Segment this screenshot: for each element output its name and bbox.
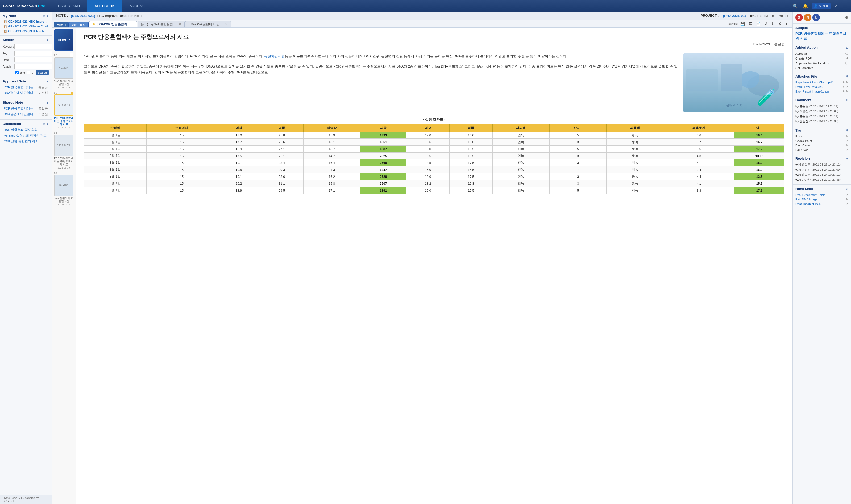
- table-body: 8월 1일1518.025.815.9189317.016.0연녹5황녹3.61…: [84, 132, 784, 194]
- thumb-checkbox[interactable]: [70, 53, 73, 57]
- thumb-cover[interactable]: COVER: [53, 29, 74, 51]
- file-item-3[interactable]: Exp. Result Image01.jpg ⬇ ✕: [795, 89, 848, 94]
- print-btn[interactable]: 🖨: [777, 21, 783, 26]
- action-info-icon[interactable]: ⓘ: [846, 52, 848, 56]
- action-item-template[interactable]: Set Template: [795, 66, 848, 70]
- date-input[interactable]: [14, 57, 52, 62]
- search-button[interactable]: search: [36, 70, 49, 75]
- table-cell: 15.2: [734, 160, 784, 166]
- tag-remove-btn[interactable]: ✕: [846, 144, 848, 147]
- thumb-66[interactable]: 66 PCR 반응혼합 PCR 반응혼합액에는 주형으로서의 시료 2021-0…: [53, 91, 74, 129]
- fullscreen-icon-btn[interactable]: ⛶: [841, 2, 848, 9]
- action-item-approval[interactable]: Approval ⓘ: [795, 51, 848, 56]
- settings-btn[interactable]: ⚙: [845, 15, 848, 20]
- nav-tab-archive[interactable]: ARCHIVE: [122, 0, 153, 12]
- sidebar-item-gen2021-021[interactable]: 📋 GEN2021-021(HBC Improve: [3, 19, 49, 24]
- file-item-2[interactable]: Detail Low Data.xlsx ⬇ ✕: [795, 85, 848, 89]
- sidebar-item-gen2021-024[interactable]: 📋 GEN2021-024(MLB Test Note): [3, 29, 49, 33]
- action-item-pdf[interactable]: Create PDF ⬇: [795, 56, 848, 60]
- file-delete-icon[interactable]: ✕: [846, 80, 848, 84]
- nav-tab-notebook[interactable]: NOTEBOOK: [87, 0, 122, 12]
- thumb-64[interactable]: 64 PCR 반응혼합 PCR 반응혼합액에는 주형으로서의 시료 2021-0…: [53, 131, 74, 169]
- action-item-mod[interactable]: Approval for Modification ⓘ: [795, 60, 848, 66]
- shared-item-2[interactable]: DNA절편에서 단일나… 이순신: [3, 112, 49, 117]
- tag-error[interactable]: Error ✕: [795, 134, 848, 139]
- download-btn[interactable]: ⬇: [770, 21, 776, 26]
- or-checkbox[interactable]: [27, 71, 30, 74]
- bookmark-2[interactable]: Ref. DNA Image ✕: [795, 197, 848, 201]
- table-cell: 18.0: [218, 132, 260, 139]
- tag-failover[interactable]: Fail Over ✕: [795, 147, 848, 152]
- tag-add-icon[interactable]: ⊕: [846, 129, 848, 132]
- action-info-icon[interactable]: ⓘ: [846, 61, 848, 65]
- bookmark-remove-icon[interactable]: ✕: [846, 202, 848, 205]
- discussion-item-1[interactable]: HBC 실험결과 검토회의: [3, 127, 49, 132]
- note-gen-link[interactable]: (GEN2021-021): [71, 14, 95, 18]
- tag-input[interactable]: [14, 51, 52, 56]
- discussion-collapse-btn[interactable]: ▲: [46, 122, 49, 126]
- tag-remove-btn[interactable]: ✕: [846, 139, 848, 143]
- notification-icon-btn[interactable]: 🔔: [801, 2, 809, 10]
- file-download-icon[interactable]: ⬇: [843, 85, 845, 89]
- tag-remove-btn[interactable]: ✕: [846, 134, 848, 138]
- discussion-item-3[interactable]: CDE 실험 중간결과 회의: [3, 139, 49, 144]
- avatar-1[interactable]: 홍: [795, 14, 803, 21]
- my-note-collapse-btn[interactable]: ▲: [46, 14, 49, 18]
- approval-collapse-btn[interactable]: ▲: [46, 80, 49, 83]
- shared-item-1[interactable]: PCR 반응혼합액에는… 홍길동: [3, 106, 49, 111]
- approval-item-2[interactable]: DNA절편에서 단일나… 이순신: [3, 90, 49, 95]
- and-checkbox[interactable]: [15, 71, 19, 74]
- file-item-1[interactable]: Experiment Flow Chard.pdf ⬇ ✕: [795, 80, 848, 85]
- export-img-btn[interactable]: 🖼: [748, 21, 753, 26]
- revision-add-icon[interactable]: ⊕: [846, 157, 848, 160]
- discussion-item-2[interactable]: MillBase 실험방법 적정성 검토: [3, 133, 49, 138]
- file-download-icon[interactable]: ⬇: [843, 90, 845, 93]
- bookmark-remove-icon[interactable]: ✕: [846, 198, 848, 201]
- subject-title: Subject: [795, 26, 808, 30]
- bookmark-remove-icon[interactable]: ✕: [846, 193, 848, 196]
- table-cell: 백녹: [607, 160, 663, 166]
- attach-input[interactable]: [14, 64, 52, 69]
- approval-item-1[interactable]: PCR 반응혼합액에는… 홍길동: [3, 85, 49, 90]
- export-pdf-btn[interactable]: 📄: [755, 21, 762, 26]
- nav-tab-dashboard[interactable]: DASHBOARD: [51, 0, 87, 12]
- bookmark-add-icon[interactable]: ⊕: [846, 187, 848, 191]
- save-btn[interactable]: 💾: [739, 21, 746, 26]
- avatar-2[interactable]: 이: [804, 14, 811, 21]
- bookmark-1[interactable]: Ref. Experiment Table ✕: [795, 193, 848, 197]
- file-download-icon[interactable]: ⬇: [843, 80, 845, 84]
- attach-add-icon[interactable]: ⊕: [846, 75, 848, 78]
- tab-search[interactable]: Search(8): [69, 22, 89, 28]
- tab-all[interactable]: All(67): [54, 22, 69, 28]
- tag-remove-btn[interactable]: ✕: [846, 148, 848, 151]
- tag-bestcase[interactable]: Best Case ✕: [795, 143, 848, 147]
- table-cell: 18.2: [406, 180, 450, 187]
- logout-icon-btn[interactable]: ↗: [833, 2, 839, 10]
- gene-search-link[interactable]: 유전자검색법: [264, 54, 285, 58]
- action-download-icon[interactable]: ⬇: [846, 57, 848, 60]
- keyword-input[interactable]: [14, 44, 52, 49]
- comment-add-icon[interactable]: ⊕: [846, 98, 848, 102]
- thumb-63[interactable]: 63 DNA절편 DNA 절편에서 각 단일나선 2021-03-14: [53, 172, 74, 206]
- bookmark-3[interactable]: Description of PCR ✕: [795, 201, 848, 206]
- tab-item-3[interactable]: (p34)DNA 절편에서 단… ✕: [185, 21, 231, 28]
- tab-label: (p55)TaqDNA 결합실험…: [141, 23, 176, 26]
- file-delete-icon[interactable]: ✕: [846, 90, 848, 93]
- file-delete-icon[interactable]: ✕: [846, 85, 848, 89]
- tag-checkpoint[interactable]: Check Point ✕: [795, 139, 848, 143]
- discussion-add-btn[interactable]: ⊕: [42, 122, 45, 126]
- thumb-67[interactable]: 67 DNA절편 DNA 절편에서 각 단일나선 2021-03-26: [53, 53, 74, 89]
- avatar-3[interactable]: 강: [813, 14, 820, 21]
- saving-spinner: ◌: [725, 22, 727, 25]
- reload-btn[interactable]: ↺: [763, 21, 768, 26]
- tab-item-1[interactable]: (p66)PCR 반응혼합액… ✕: [89, 21, 137, 28]
- tab-item-2[interactable]: (p55)TaqDNA 결합실험… ✕: [138, 21, 185, 28]
- project-gen-link[interactable]: (PRJ-2021-01): [723, 14, 746, 18]
- subject-text[interactable]: PCR 반응혼합액에는 주형으로서의 시료: [795, 31, 848, 41]
- search-icon-btn[interactable]: 🔍: [792, 2, 799, 10]
- my-note-add-btn[interactable]: ⊕: [42, 14, 45, 18]
- sidebar-item-gen2021-023[interactable]: 📋 GEN2021-023(Millbase Coati: [3, 24, 49, 29]
- shared-collapse-btn[interactable]: ▲: [46, 101, 49, 104]
- delete-btn[interactable]: 🗑: [784, 21, 791, 26]
- search-collapse-btn[interactable]: ▲: [46, 38, 49, 41]
